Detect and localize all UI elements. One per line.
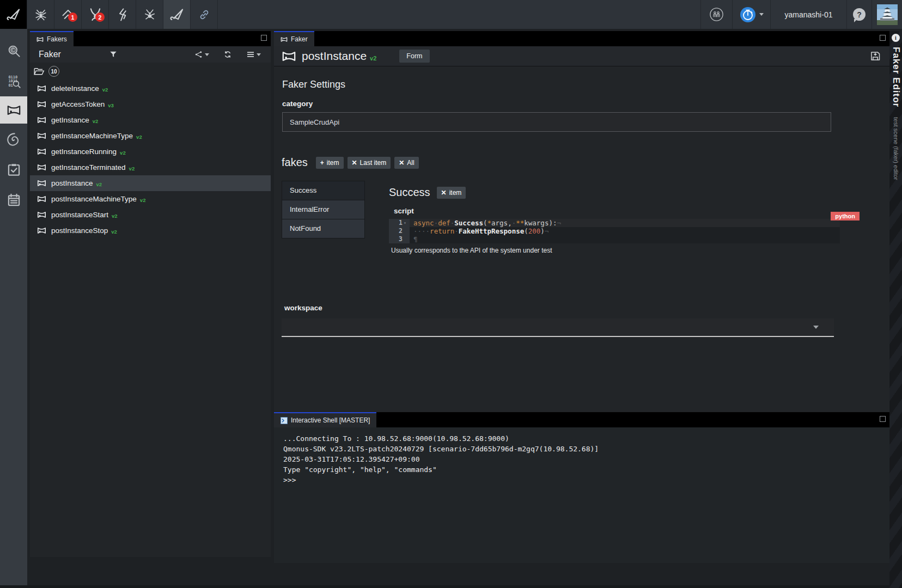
list-item[interactable]: getInstanceTerminated v2	[30, 160, 271, 175]
list-item[interactable]: getAccessToken v3	[30, 96, 271, 112]
rail-item-calendar[interactable]	[0, 185, 27, 215]
list-item[interactable]: deleteInstance v2	[30, 81, 271, 96]
refresh-button[interactable]	[223, 50, 232, 59]
add-item-button[interactable]: + item	[316, 157, 344, 169]
home-app-button[interactable]	[0, 0, 27, 29]
left-icon-rail: 0110 1011 01	[0, 29, 27, 585]
list-item[interactable]: getInstanceMachineType v2	[30, 128, 271, 144]
faker-name: postInstanceStop	[51, 226, 108, 235]
app-window: 1 2	[0, 0, 902, 588]
language-badge: python	[831, 212, 860, 220]
link-icon	[198, 9, 210, 21]
tab-faker[interactable]: Faker	[274, 31, 314, 46]
tab-interactive-shell[interactable]: Interactive Shell [MASTER]	[274, 412, 376, 427]
list-item[interactable]: postInstanceStart v2	[30, 207, 271, 223]
maximize-icon[interactable]	[261, 35, 267, 41]
refresh-icon	[223, 50, 232, 59]
list-item[interactable]: getInstance v2	[30, 112, 271, 128]
list-item[interactable]: getInstanceRunning v2	[30, 144, 271, 160]
bolt-app-button[interactable]	[109, 0, 136, 29]
fake-detail-header: Success ✕ item	[389, 186, 889, 199]
list-item[interactable]: postInstance v2	[30, 175, 271, 191]
svg-text:?: ?	[857, 10, 862, 19]
fake-detail: Success ✕ item script python 1▾ async·de…	[389, 181, 889, 254]
x-icon: ✕	[399, 159, 404, 167]
rail-item-spiral[interactable]	[0, 124, 27, 154]
code-line: 1▾ async·def·Success(*args,·**kwargs):¬	[389, 219, 840, 227]
username-label[interactable]: yamanashi-01	[770, 0, 846, 29]
list-item[interactable]: postInstanceStop v2	[30, 223, 271, 238]
maximize-icon[interactable]	[880, 416, 886, 422]
remove-all-button[interactable]: ✕ All	[394, 157, 418, 169]
x-icon: ✕	[441, 189, 447, 197]
faker-name: postInstanceStart	[51, 211, 108, 219]
stopwatch-icon	[740, 7, 756, 23]
fakers-tabbar: Fakers	[30, 31, 271, 46]
fake-tab-list: Success InternalError NotFound	[282, 181, 365, 238]
info-icon[interactable]: i	[892, 34, 900, 42]
faker-panorama-icon	[281, 36, 288, 43]
workspace-select[interactable]	[282, 318, 834, 337]
editor-rail-subtitle: test scene (faker) editor	[893, 117, 899, 180]
bot-app-button[interactable]: 2	[82, 0, 109, 29]
rail-item-tasks[interactable]	[0, 154, 27, 185]
faker-name: deleteInstance	[51, 84, 99, 93]
fold-caret-icon[interactable]: ▾	[403, 219, 407, 227]
filter-button[interactable]	[109, 50, 118, 59]
list-menu-button[interactable]	[246, 50, 261, 59]
help-icon: ?	[853, 8, 866, 21]
remove-last-item-button[interactable]: ✕ Last item	[348, 157, 391, 169]
tenant-button[interactable]	[700, 0, 732, 29]
faker-app-button-active[interactable]	[163, 0, 191, 29]
claw-icon	[114, 7, 131, 23]
maximize-icon[interactable]	[880, 35, 886, 41]
faker-name: getInstanceRunning	[51, 148, 117, 156]
save-floppy-icon	[870, 51, 881, 62]
remove-item-button[interactable]: ✕ item	[437, 187, 466, 199]
notification-badge: 2	[95, 13, 105, 22]
link-app-button[interactable]	[191, 0, 218, 29]
fake-tab[interactable]: NotFound	[282, 219, 364, 238]
faker-panorama-icon	[7, 103, 21, 118]
user-avatar[interactable]	[871, 0, 902, 29]
faker-name: getInstanceTerminated	[51, 163, 126, 171]
settings-section-title: Faker Settings	[282, 66, 889, 90]
rail-item-search[interactable]	[0, 35, 27, 66]
session-timer-button[interactable]	[732, 0, 770, 29]
save-button[interactable]	[870, 51, 881, 62]
fake-tab[interactable]: InternalError	[282, 200, 364, 219]
plus-icon: +	[320, 159, 324, 167]
crawler-app-button[interactable]: 1	[54, 0, 82, 29]
spider-app-button[interactable]	[27, 0, 54, 29]
faker-name: postInstance	[51, 179, 93, 187]
small-spider-icon	[142, 7, 158, 23]
faker-list: deleteInstance v2 getAccessToken v3 getI…	[30, 81, 271, 238]
open-folder-icon	[33, 66, 45, 77]
panel-title: Faker	[39, 50, 61, 59]
rail-item-binary-search[interactable]: 0110 1011 01	[0, 66, 27, 96]
workspace-label: workspace	[284, 304, 889, 312]
shell-output[interactable]: ...Connecting To : 10.98.52.68:9000(10.9…	[274, 427, 889, 563]
rail-item-faker-active[interactable]	[0, 96, 27, 124]
clipboard-check-icon	[7, 162, 21, 177]
right-editor-rail[interactable]: i Faker Editor test scene (faker) editor	[889, 31, 902, 588]
category-input[interactable]	[282, 112, 831, 132]
list-item[interactable]: postInstanceMachineType v2	[30, 191, 271, 207]
tab-fakers[interactable]: Fakers	[30, 31, 74, 46]
code-text: ····return·FakeHttpResponse(200)¬	[410, 227, 840, 235]
funnel-icon	[109, 50, 118, 59]
script-code-editor[interactable]: 1▾ async·def·Success(*args,·**kwargs):¬ …	[389, 219, 840, 243]
folder-row[interactable]: 10	[30, 63, 271, 80]
faker-panorama-icon	[37, 226, 46, 235]
faker-panorama-icon	[37, 194, 46, 204]
butterfly-net-icon	[169, 7, 185, 23]
fakers-panel: Fakers Faker	[30, 31, 271, 557]
fake-tab[interactable]: Success	[282, 181, 364, 200]
ant-app-button[interactable]	[136, 0, 163, 29]
faker-panorama-icon	[37, 210, 46, 219]
share-view-button[interactable]	[194, 50, 209, 59]
category-label: category	[282, 100, 889, 108]
form-button[interactable]: Form	[399, 50, 429, 63]
help-button[interactable]: ?	[846, 0, 871, 29]
search-copyright-icon	[7, 44, 21, 58]
